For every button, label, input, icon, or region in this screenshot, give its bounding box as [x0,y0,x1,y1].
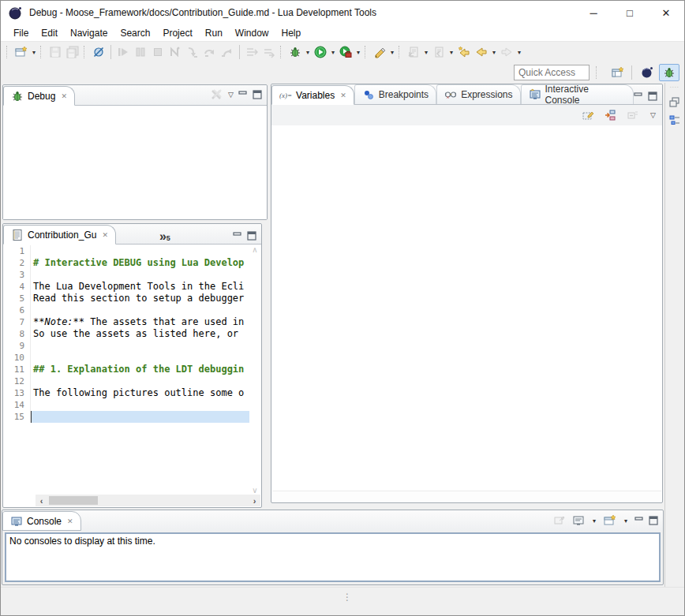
menu-project[interactable]: Project [156,25,198,41]
step-into-button[interactable] [184,43,201,61]
run-dropdown[interactable]: ▾ [329,49,337,56]
tab-close-icon[interactable]: ✕ [340,91,346,99]
line-number: 2 [4,257,31,269]
marker-pen-button[interactable] [371,43,388,61]
scroll-up-icon[interactable]: ∧ [252,245,257,254]
toggle-step-filters-button[interactable] [260,43,278,61]
back-dropdown[interactable]: ▾ [490,49,498,56]
view-menu-icon[interactable]: ▽ [650,111,656,119]
toolbar-separator [280,46,284,58]
tab-breakpoints[interactable]: Breakpoints [354,84,436,104]
minimize-view-icon[interactable] [238,90,248,99]
new-wizard-dropdown[interactable]: ▾ [30,49,38,56]
menu-edit[interactable]: Edit [35,25,64,41]
debug-perspective-button[interactable] [659,64,679,81]
collapse-all-button[interactable] [623,106,641,124]
editor-vertical-scrollbar[interactable]: ∧ ∨ [249,245,260,495]
tab-interactive-console-label: Interactive Console [545,84,627,106]
menu-window[interactable]: Window [229,25,275,41]
menu-file[interactable]: File [7,25,35,41]
display-console-dropdown[interactable]: ▾ [590,517,598,525]
run-button[interactable] [312,43,329,61]
line-text: **Note:** The assets that are used in [31,316,249,328]
last-edit-location-dropdown[interactable]: ▾ [422,49,430,56]
minimize-view-icon[interactable] [634,91,643,101]
menu-help[interactable]: Help [275,25,308,41]
scroll-left-icon[interactable]: ‹ [36,496,47,506]
maximize-view-icon[interactable] [648,91,657,101]
save-all-button[interactable] [64,43,81,61]
menu-search[interactable]: Search [114,25,156,41]
debug-dropdown[interactable]: ▾ [304,49,312,56]
forward-dropdown[interactable]: ▾ [515,49,523,56]
variables-hscrollbar[interactable] [272,491,661,502]
scroll-right-icon[interactable]: › [249,496,260,506]
minimize-view-icon[interactable] [634,516,644,525]
suspend-button[interactable] [132,43,149,61]
trim-handle[interactable]: ∙∙∙∙ [670,84,679,89]
editor-horizontal-scrollbar[interactable]: ‹ › [36,495,260,506]
show-logical-structure-button[interactable] [601,106,619,124]
save-button[interactable] [47,43,64,61]
open-perspective-button[interactable] [608,64,628,81]
tab-close-icon[interactable]: ✕ [102,231,108,239]
pin-console-button[interactable] [552,513,567,528]
scrollbar-thumb[interactable] [49,496,98,505]
step-return-button[interactable] [219,43,236,61]
tab-interactive-console[interactable]: Interactive Console [521,84,634,104]
maximize-view-icon[interactable] [253,90,262,99]
menu-run[interactable]: Run [199,25,229,41]
previous-edit-location-button[interactable] [430,43,447,61]
code-line: 12 [4,375,249,387]
maximize-view-icon[interactable] [649,516,658,525]
tab-expressions[interactable]: Expressions [436,84,520,104]
tab-close-icon[interactable]: ✕ [61,92,67,100]
restore-view-icon[interactable] [668,95,681,108]
terminate-button[interactable] [149,43,167,61]
external-tools-dropdown[interactable]: ▾ [354,49,362,56]
line-text [31,304,249,316]
display-selected-console-button[interactable] [571,513,586,528]
outline-view-icon[interactable] [668,114,681,127]
window-maximize-button[interactable]: □ [612,1,648,24]
previous-edit-location-dropdown[interactable]: ▾ [447,49,455,56]
skip-all-breakpoints-button[interactable] [90,43,107,61]
resume-button[interactable] [114,43,132,61]
new-wizard-button[interactable] [13,43,30,61]
tab-overflow-count: 5 [167,234,170,242]
tab-close-icon[interactable]: ✕ [67,517,73,525]
tab-variables[interactable]: (x)= Variables ✕ [271,85,354,105]
window-close-button[interactable]: ✕ [648,1,684,24]
marker-pen-dropdown[interactable]: ▾ [388,49,396,56]
tab-overflow-chevron: » [159,230,167,244]
disconnect-button[interactable] [167,43,184,61]
last-edit-location-button[interactable] [405,43,422,61]
tab-debug[interactable]: Debug ✕ [3,86,75,106]
show-detail-pane-button[interactable] [579,106,597,124]
back-to-last-edit-button[interactable] [455,43,473,61]
quick-access-input[interactable] [514,65,590,80]
menu-navigate[interactable]: Navigate [64,25,114,41]
open-console-button[interactable] [603,513,617,528]
status-bar-handle[interactable]: ⋮ [342,594,352,601]
minimize-view-icon[interactable] [233,231,242,241]
open-console-dropdown[interactable]: ▾ [622,517,630,525]
lua-perspective-button[interactable] [637,64,657,81]
back-button[interactable] [473,43,490,61]
external-tools-button[interactable] [337,43,354,61]
step-over-button[interactable] [201,43,219,61]
maximize-view-icon[interactable] [247,231,256,241]
line-number: 15 [4,411,31,423]
perspective-toolbar [1,62,684,83]
forward-button[interactable] [498,43,515,61]
use-step-filters-button[interactable] [243,43,260,61]
scroll-down-icon[interactable]: ∨ [252,486,257,495]
view-menu-icon[interactable]: ▽ [228,91,234,99]
tab-contribution-guide[interactable]: Contribution_Gu ✕ [3,225,116,245]
tab-overflow-button[interactable]: » 5 [159,226,170,244]
debug-button[interactable] [286,43,304,61]
window-minimize-button[interactable]: ─ [575,1,612,24]
remove-all-terminated-button[interactable] [209,88,223,102]
tab-console[interactable]: Console ✕ [2,511,81,531]
editor-content[interactable]: 1 2# Interactive DEBUG using Lua Develop… [4,245,249,495]
